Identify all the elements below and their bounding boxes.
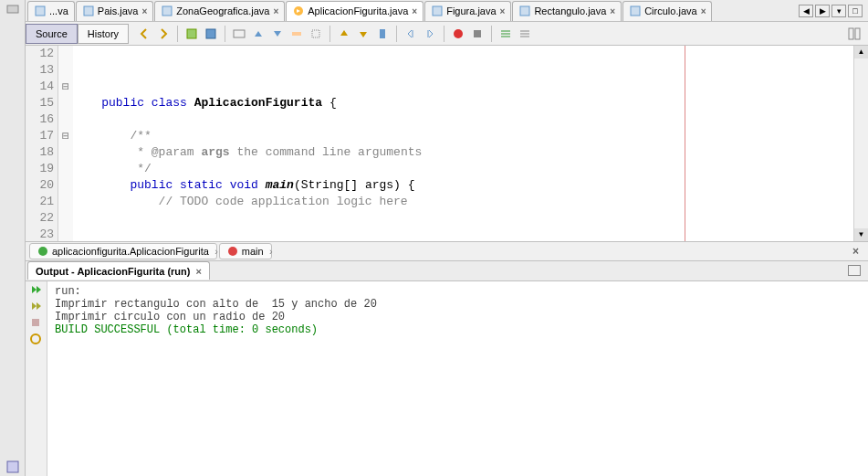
code-line[interactable] xyxy=(73,111,853,128)
tab-label: Rectangulo.java xyxy=(534,5,606,16)
svg-rect-24 xyxy=(855,28,860,39)
line-number-gutter: 12131415161718192021222324252627 xyxy=(26,46,58,241)
code-line[interactable]: public class AplicacionFigurita { xyxy=(73,95,853,111)
next-bookmark-icon[interactable] xyxy=(355,26,371,42)
back-icon[interactable] xyxy=(136,26,152,42)
output-tab-row: Output - AplicacionFigurita (run) × xyxy=(26,261,868,281)
shift-right-icon[interactable] xyxy=(422,26,438,42)
rerun-icon[interactable] xyxy=(29,283,44,298)
tab-close-icon[interactable]: × xyxy=(500,6,506,16)
svg-rect-27 xyxy=(32,319,39,326)
toolbar-icon[interactable] xyxy=(183,26,200,42)
svg-rect-7 xyxy=(520,6,529,16)
svg-point-15 xyxy=(454,29,463,38)
find-selection-icon[interactable] xyxy=(231,26,247,42)
fold-toggle-icon[interactable]: ⊟ xyxy=(58,79,73,95)
output-minimize-icon[interactable] xyxy=(848,265,861,276)
toolbar-icon[interactable] xyxy=(308,26,324,42)
svg-point-28 xyxy=(31,334,40,344)
java-file-icon xyxy=(629,5,642,17)
editor-tab[interactable]: ZonaGeografica.java× xyxy=(154,1,285,21)
code-line[interactable]: /** xyxy=(73,128,853,144)
find-next-icon[interactable] xyxy=(269,26,286,42)
tab-close-icon[interactable]: × xyxy=(412,6,417,16)
svg-rect-4 xyxy=(162,6,172,16)
output-tab[interactable]: Output - AplicacionFigurita (run) × xyxy=(27,261,210,280)
tab-label: Circulo.java xyxy=(644,5,696,16)
editor-tab[interactable]: Pais.java× xyxy=(76,1,153,21)
tab-close-icon[interactable]: × xyxy=(273,6,278,16)
rerun-alt-icon[interactable] xyxy=(29,300,44,314)
code-area[interactable]: public class AplicacionFigurita { /** * … xyxy=(73,46,853,241)
code-line[interactable]: * @param args the command line arguments xyxy=(73,144,853,161)
tab-label: AplicacionFigurita.java xyxy=(308,5,408,16)
tab-close-icon[interactable]: × xyxy=(701,6,706,16)
toolbar-icon[interactable] xyxy=(203,26,219,42)
svg-rect-8 xyxy=(631,6,640,16)
tabs-maximize[interactable]: □ xyxy=(848,5,863,17)
stop-macro-icon[interactable] xyxy=(469,26,486,42)
output-tab-close-icon[interactable]: × xyxy=(195,266,201,277)
code-line[interactable]: // TODO code application logic here xyxy=(73,194,853,210)
output-settings-icon[interactable] xyxy=(29,333,44,347)
history-button[interactable]: History xyxy=(78,24,129,44)
java-file-icon xyxy=(431,5,444,17)
breadcrumb-close[interactable]: × xyxy=(847,245,864,258)
gutter-icon-2[interactable] xyxy=(5,460,20,474)
output-panel: run:Imprimir rectangulo con alto de 15 y… xyxy=(26,281,868,477)
output-line: run: xyxy=(55,285,861,298)
code-line[interactable]: public static void main(String[] args) { xyxy=(73,177,853,194)
code-line[interactable] xyxy=(73,210,853,227)
margin-line xyxy=(685,46,685,241)
scroll-up-icon[interactable]: ▲ xyxy=(854,46,868,58)
forward-icon[interactable] xyxy=(155,26,172,42)
tabs-scroll-right[interactable]: ▶ xyxy=(815,5,830,17)
svg-rect-10 xyxy=(206,29,215,38)
java-main-icon xyxy=(292,5,305,17)
editor-tab[interactable]: Rectangulo.java× xyxy=(512,1,622,21)
svg-rect-11 xyxy=(234,30,245,37)
editor-tab[interactable]: Figura.java× xyxy=(424,1,511,21)
stop-output-icon[interactable] xyxy=(29,316,44,331)
output-text[interactable]: run:Imprimir rectangulo con alto de 15 y… xyxy=(47,281,868,477)
output-line: Imprimir circulo con un radio de 20 xyxy=(55,311,861,323)
find-previous-icon[interactable] xyxy=(250,26,267,42)
editor-scrollbar[interactable]: ▲ ▼ xyxy=(853,46,868,241)
fold-gutter: ⊟ ⊟ xyxy=(58,46,73,241)
output-side-icons xyxy=(26,281,47,477)
code-line[interactable]: */ xyxy=(73,161,853,177)
output-line: Imprimir rectangulo con alto de 15 y anc… xyxy=(55,298,861,311)
shift-left-icon[interactable] xyxy=(403,26,419,42)
tab-close-icon[interactable]: × xyxy=(141,6,147,16)
svg-rect-2 xyxy=(36,6,45,16)
toggle-highlight-icon[interactable] xyxy=(288,26,305,42)
start-macro-icon[interactable] xyxy=(450,26,466,42)
breadcrumb-item[interactable]: main xyxy=(219,243,272,259)
fold-toggle-icon[interactable]: ⊟ xyxy=(58,128,73,144)
scroll-down-icon[interactable]: ▼ xyxy=(854,228,868,241)
split-icon[interactable] xyxy=(848,27,861,40)
tabs-controls: ◀ ▶ ▾ □ xyxy=(799,5,866,17)
gutter-icon[interactable] xyxy=(5,2,20,16)
comment-icon[interactable] xyxy=(497,26,514,42)
toggle-bookmark-icon[interactable] xyxy=(374,26,391,42)
tabs-dropdown[interactable]: ▾ xyxy=(831,5,846,17)
code-editor[interactable]: 12131415161718192021222324252627 ⊟ ⊟ pub… xyxy=(26,46,868,241)
tab-label: Pais.java xyxy=(98,5,139,16)
left-gutter xyxy=(0,0,26,476)
previous-bookmark-icon[interactable] xyxy=(336,26,352,42)
editor-tab[interactable]: AplicacionFigurita.java× xyxy=(286,1,424,21)
editor-tab[interactable]: Circulo.java× xyxy=(622,1,712,21)
method-icon xyxy=(227,246,238,257)
source-button[interactable]: Source xyxy=(26,24,78,44)
svg-rect-1 xyxy=(7,461,18,472)
code-line[interactable] xyxy=(73,227,853,241)
java-file-icon xyxy=(161,5,173,17)
breadcrumb-item[interactable]: aplicacionfigurita.AplicacionFigurita xyxy=(29,243,217,259)
editor-tab[interactable]: ...va xyxy=(27,1,75,21)
uncomment-icon[interactable] xyxy=(517,26,533,42)
tab-label: ...va xyxy=(49,5,68,16)
java-file-icon xyxy=(82,5,95,17)
tabs-scroll-left[interactable]: ◀ xyxy=(799,5,813,17)
tab-close-icon[interactable]: × xyxy=(610,6,615,16)
